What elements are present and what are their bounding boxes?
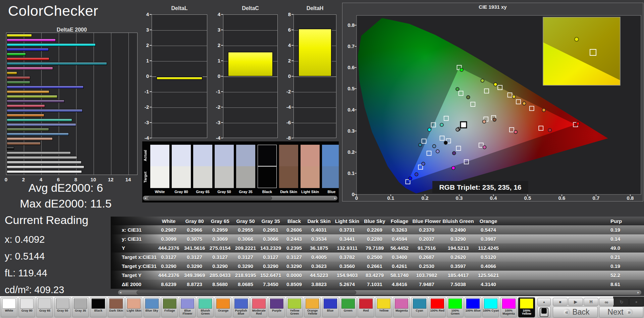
patch-button-magenta[interactable]: Magenta xyxy=(393,297,410,317)
scroll-left-icon[interactable]: ◂ xyxy=(143,196,148,200)
delta-tick-label: -3 xyxy=(139,120,149,125)
table-scrollbar-thumb[interactable] xyxy=(137,290,356,294)
patch-button-100-blue[interactable]: 100% Blue xyxy=(465,297,481,317)
strip-scrollbar[interactable]: ◂ ▸ xyxy=(143,196,337,200)
table-column-header: Purp xyxy=(610,218,644,224)
patch-button-black[interactable]: Black xyxy=(90,297,107,317)
strip-swatch-label: Dark Skin xyxy=(279,190,298,194)
patch-button-cyan[interactable]: Cyan xyxy=(411,297,428,317)
table-scrollbar[interactable]: ◂ ▸ xyxy=(118,290,641,295)
patch-button-blue-sky[interactable]: Blue Sky xyxy=(144,297,160,317)
deltae-bar-gray-65 xyxy=(7,161,82,164)
patch-button-yellow[interactable]: Yellow xyxy=(375,297,392,317)
record-icon: ● xyxy=(635,300,637,304)
pause-button[interactable]: H xyxy=(584,298,598,306)
patch-swatch xyxy=(466,299,480,309)
patch-button-gray-65[interactable]: Gray 65 xyxy=(36,297,53,317)
play-button[interactable]: ▶ xyxy=(568,298,583,306)
strip-swatch-label: White xyxy=(150,190,169,194)
deltae-bar-purplish-blue xyxy=(7,109,83,112)
patch-button-100-red[interactable]: 100% Red xyxy=(429,297,446,317)
patch-button-blue[interactable]: Blue xyxy=(322,297,339,317)
back-button-label: Back xyxy=(572,308,589,317)
patch-swatch xyxy=(145,299,159,309)
stop-button[interactable]: ■ xyxy=(553,298,568,306)
patch-button-100-cyan[interactable]: 100% Cyan xyxy=(482,297,499,317)
scroll-left-icon[interactable]: ◂ xyxy=(118,290,123,295)
patch-button-foliage[interactable]: Foliage xyxy=(161,297,178,317)
patch-button-red[interactable]: Red xyxy=(358,297,374,317)
patch-button-orange[interactable]: Orange xyxy=(215,297,231,317)
table-row-label: x: CIE31 xyxy=(111,227,156,233)
table-cell: 7.5038 xyxy=(442,281,474,287)
cie-measured-marker xyxy=(494,83,497,86)
strip-swatch-actual xyxy=(236,145,255,166)
refresh-button[interactable]: ↻ xyxy=(614,298,629,306)
patch-swatch xyxy=(199,299,212,309)
patch-button-dark-skin[interactable]: Dark Skin xyxy=(108,297,124,317)
table-cell: 0.2037 xyxy=(411,236,442,242)
table-row-label: Target y:CIE31 xyxy=(111,263,156,269)
deltae-bar-100-cyan xyxy=(7,43,96,46)
cie-measured-marker xyxy=(542,108,545,112)
patch-button-bluish-green[interactable]: Bluish Green xyxy=(197,297,214,317)
table-cell: 8.61 xyxy=(610,281,644,287)
patch-button-gray-35[interactable]: Gray 35 xyxy=(72,297,89,317)
patch-button-moderate-red[interactable]: Moderate Red xyxy=(251,297,267,317)
patch-button-purple[interactable]: Purple xyxy=(268,297,285,317)
table-cell: 0.3127 xyxy=(207,254,233,260)
patch-button-white[interactable]: White xyxy=(1,297,17,317)
patch-button-blue-flower[interactable]: Blue Flower xyxy=(179,297,196,317)
delta-gridline xyxy=(152,123,207,123)
strip-swatch-target xyxy=(322,166,339,188)
pattern-window-button[interactable] xyxy=(537,307,551,318)
patch-button-100-magenta[interactable]: 100% Magenta xyxy=(500,297,517,317)
patch-button-gray-50[interactable]: Gray 50 xyxy=(54,297,71,317)
back-button[interactable]: « Back xyxy=(553,307,598,318)
patch-button-100-yellow[interactable]: 100% Yellow xyxy=(518,297,535,317)
loop-button[interactable]: ∞ xyxy=(599,298,614,306)
patch-button-purplish-blue[interactable]: Purplish Blue xyxy=(233,297,250,317)
table-cell: 79.7189 xyxy=(362,245,388,251)
cie-measured-marker xyxy=(523,102,526,105)
eject-button[interactable]: ▲ xyxy=(537,298,551,306)
table-cell: 0.4066 xyxy=(474,263,502,269)
cie-measured-marker xyxy=(440,123,443,127)
patch-button-yellow-green[interactable]: Yellow Green xyxy=(286,297,303,317)
record-button[interactable]: ● xyxy=(629,298,643,306)
delta-tick-mark xyxy=(150,45,152,46)
delta-tick-label: 3 xyxy=(139,27,149,33)
patch-button-orange-yellow[interactable]: Orange Yellow xyxy=(304,297,321,317)
patch-swatch xyxy=(216,299,230,309)
patch-button-100-green[interactable]: 100% Green xyxy=(447,297,464,317)
back-chevron-icon: « xyxy=(563,309,570,316)
deltae-bar-blue-sky xyxy=(7,133,69,136)
strip-scrollbar-thumb[interactable] xyxy=(148,196,272,200)
deltae-bar-black xyxy=(7,147,14,150)
target-row-label: Target xyxy=(143,167,149,188)
next-button[interactable]: Next » xyxy=(599,307,643,318)
delta-gridline xyxy=(223,46,277,46)
table-row: ΔE 20008.62398.87238.56808.06857.34500.8… xyxy=(111,280,644,289)
scroll-right-icon[interactable]: ▸ xyxy=(333,196,337,200)
page-title: ColorChecker xyxy=(8,3,98,19)
refresh-icon: ↻ xyxy=(620,300,624,305)
table-cell: 0.3127 xyxy=(156,254,182,260)
bottom-toolbar: WhiteGray 80Gray 65Gray 50Gray 35BlackDa… xyxy=(0,296,644,318)
delta-tick-mark xyxy=(291,138,293,138)
delta-tick-label: -1 xyxy=(139,89,149,94)
table-cell: 285.0433 xyxy=(207,272,233,278)
table-column-header: Gray 35 xyxy=(258,218,283,224)
delta-value-bar xyxy=(298,29,332,77)
table-cell: 0.2661 xyxy=(362,263,388,269)
table-row: Target Y444.2376349.3969285.0433218.9195… xyxy=(111,271,644,280)
patch-label: Purplish Blue xyxy=(233,309,249,315)
patch-button-light-skin[interactable]: Light Skin xyxy=(125,297,142,317)
scroll-right-icon[interactable]: ▸ xyxy=(636,290,641,295)
table-cell: 0.3066 xyxy=(233,236,258,242)
strip-swatch-target xyxy=(279,166,298,188)
patch-button-gray-80[interactable]: Gray 80 xyxy=(18,297,35,317)
table-cell: 0.14 xyxy=(610,236,644,242)
patch-button-green[interactable]: Green xyxy=(340,297,357,317)
pattern-window-icon xyxy=(540,308,548,317)
